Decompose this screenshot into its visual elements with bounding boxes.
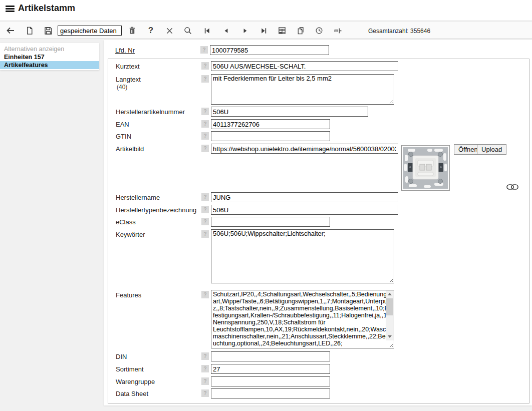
next-record-icon[interactable] bbox=[238, 24, 251, 37]
ean-help-badge[interactable]: ? bbox=[201, 120, 209, 128]
herstellername-input[interactable] bbox=[211, 192, 398, 202]
artikelbild-url-input[interactable] bbox=[211, 144, 398, 154]
herstellerartikelnummer-help-badge[interactable]: ? bbox=[201, 108, 209, 115]
app-header: Artikelstamm bbox=[0, 0, 532, 20]
features-help-badge[interactable]: ? bbox=[201, 291, 209, 298]
lfdnr-link-label[interactable]: Lfd. Nr bbox=[115, 47, 135, 54]
calculator-icon[interactable] bbox=[276, 24, 289, 37]
scrollbar-thumb[interactable] bbox=[386, 298, 393, 315]
previous-record-icon[interactable] bbox=[219, 24, 232, 37]
features-scrollbar[interactable] bbox=[386, 290, 394, 340]
last-record-icon[interactable] bbox=[257, 24, 270, 37]
total-count-label: Gesamtanzahl: 355646 bbox=[368, 28, 430, 35]
keywoerter-label: Keywörter bbox=[116, 231, 145, 238]
eclass-label: eClass bbox=[116, 218, 136, 226]
kurztext-input[interactable] bbox=[211, 61, 398, 71]
history-icon[interactable] bbox=[313, 24, 326, 37]
gtin-label: GTIN bbox=[116, 133, 131, 140]
back-icon[interactable] bbox=[4, 24, 17, 37]
scroll-up-icon[interactable] bbox=[386, 290, 394, 298]
herstellerartikelnummer-label: Herstellerartikelnummer bbox=[116, 108, 185, 116]
eclass-help-badge[interactable]: ? bbox=[201, 218, 209, 225]
sidebar-item-einheiten[interactable]: Einheiten 157 bbox=[0, 53, 99, 61]
sidebar: Alternativen anzeigen Einheiten 157 Arti… bbox=[0, 43, 99, 70]
herstellername-label: Herstellername bbox=[116, 194, 160, 201]
sortiment-label: Sortiment bbox=[116, 365, 144, 373]
langtext-label: Langtext bbox=[116, 76, 141, 83]
sortiment-help-badge[interactable]: ? bbox=[201, 365, 209, 372]
kurztext-label: Kurztext bbox=[116, 63, 140, 70]
save-icon[interactable] bbox=[42, 24, 55, 37]
toolbar: ? Gesamtanzahl: 355646 bbox=[0, 21, 532, 39]
connector-icon[interactable] bbox=[331, 24, 344, 37]
first-record-icon[interactable] bbox=[200, 24, 213, 37]
artikelbild-label: Artikelbild bbox=[116, 145, 144, 153]
gtin-help-badge[interactable]: ? bbox=[201, 132, 209, 140]
form-fieldset: Kurztext ? Langtext (40) ? mit Federklem… bbox=[108, 59, 529, 403]
langtext-sublabel: (40) bbox=[117, 84, 127, 91]
data-sheet-help-badge[interactable]: ? bbox=[201, 389, 209, 397]
lfdnr-help-badge[interactable]: ? bbox=[200, 46, 208, 54]
kurztext-help-badge[interactable]: ? bbox=[201, 62, 209, 70]
eclass-input[interactable] bbox=[211, 217, 330, 227]
warengruppe-label: Warengruppe bbox=[116, 378, 155, 385]
menu-icon[interactable] bbox=[6, 6, 15, 13]
din-input[interactable] bbox=[211, 351, 330, 361]
close-icon[interactable] bbox=[163, 24, 176, 37]
din-help-badge[interactable]: ? bbox=[201, 352, 209, 360]
search-icon[interactable] bbox=[181, 24, 194, 37]
langtext-textarea[interactable]: mit Federklemmen für Leiter bis 2,5 mm2 bbox=[211, 74, 394, 105]
sortiment-input[interactable] bbox=[211, 364, 330, 374]
herstellerartikelnummer-input[interactable] bbox=[211, 107, 368, 117]
herstellertypenbezeichnung-help-badge[interactable]: ? bbox=[201, 206, 209, 213]
herstellername-help-badge[interactable]: ? bbox=[201, 193, 209, 201]
link-icon[interactable] bbox=[506, 183, 518, 192]
langtext-help-badge[interactable]: ? bbox=[201, 75, 209, 83]
article-form-panel: Lfd. Nr ? Kurztext ? Langtext (40) ? mit… bbox=[104, 40, 532, 405]
sidebar-item-artikelfeatures[interactable]: Artikelfeatures bbox=[0, 61, 99, 69]
page-title: Artikelstamm bbox=[18, 3, 75, 14]
warengruppe-help-badge[interactable]: ? bbox=[201, 377, 209, 385]
features-textarea[interactable]: Schutzart,IP20,,4;Schaltungsart,Wechsels… bbox=[211, 290, 394, 348]
keywoerter-help-badge[interactable]: ? bbox=[201, 230, 209, 238]
scroll-down-icon[interactable] bbox=[386, 333, 394, 340]
copy-icon[interactable] bbox=[294, 24, 307, 37]
lfdnr-input[interactable] bbox=[210, 45, 329, 55]
keywoerter-textarea[interactable]: 506U;506U;Wippschalter;Lichtschalter; bbox=[211, 229, 394, 283]
help-icon[interactable]: ? bbox=[144, 24, 157, 37]
filter-input[interactable] bbox=[58, 26, 122, 36]
features-label: Features bbox=[116, 291, 141, 299]
herstellertypenbezeichnung-input[interactable] bbox=[211, 205, 398, 215]
din-label: DIN bbox=[116, 353, 127, 360]
sidebar-item-alternativen[interactable]: Alternativen anzeigen bbox=[0, 45, 99, 53]
data-sheet-input[interactable] bbox=[211, 388, 330, 398]
product-image bbox=[401, 145, 450, 191]
warengruppe-input[interactable] bbox=[211, 376, 330, 386]
artikelbild-help-badge[interactable]: ? bbox=[201, 145, 209, 152]
gtin-input[interactable] bbox=[211, 131, 330, 141]
new-document-icon[interactable] bbox=[23, 24, 36, 37]
data-sheet-label: Data Sheet bbox=[116, 390, 148, 397]
ean-label: EAN bbox=[116, 121, 129, 128]
delete-icon[interactable] bbox=[126, 24, 139, 37]
herstellertypenbezeichnung-label: Herstellertypenbezeichnung bbox=[116, 206, 196, 214]
upload-image-button[interactable]: Upload bbox=[477, 144, 506, 155]
ean-input[interactable] bbox=[211, 119, 330, 129]
